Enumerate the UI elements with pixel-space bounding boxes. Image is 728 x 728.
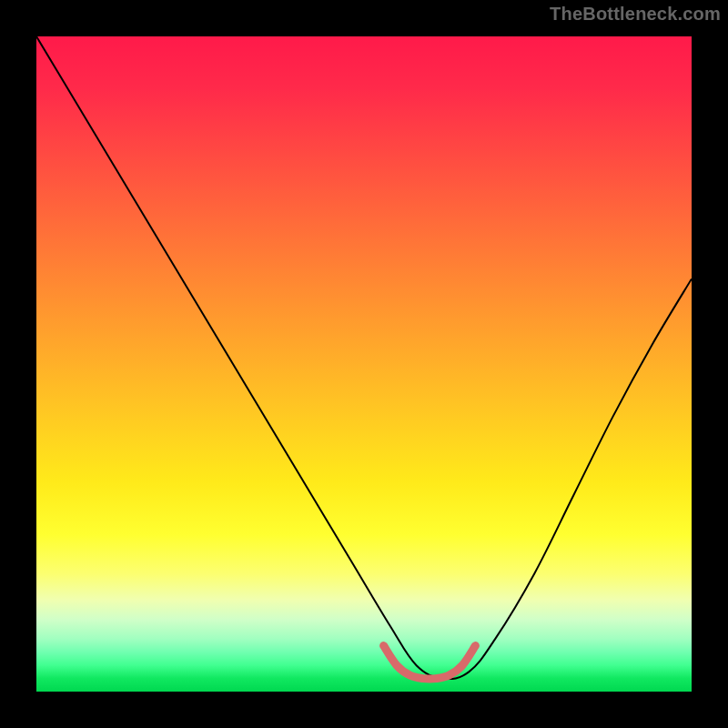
optimal-marker <box>384 646 476 679</box>
watermark: TheBottleneck.com <box>550 4 721 25</box>
bottleneck-curve <box>36 36 692 679</box>
chart-svg <box>36 36 692 692</box>
bottleneck-chart: TheBottleneck.com <box>0 0 728 728</box>
plot-area <box>36 36 692 692</box>
